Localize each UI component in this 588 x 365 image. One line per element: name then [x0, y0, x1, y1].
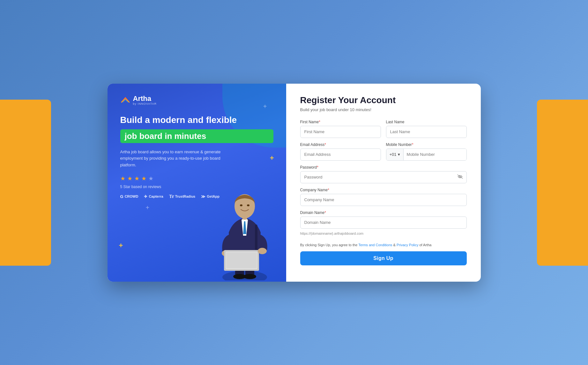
domain-hint: https://{domainname}.arthajobboard.com	[300, 232, 467, 235]
password-required: *	[317, 165, 318, 170]
company-group: Company Name*	[300, 188, 467, 206]
highlight-badge: job board in minutes	[120, 129, 273, 143]
last-name-group: Last Name	[386, 120, 467, 138]
name-row: First Name* Last Name	[300, 120, 467, 138]
contact-row: Email Address* Mobile Number* +01 ▾	[300, 142, 467, 161]
email-group: Email Address*	[300, 142, 381, 161]
domain-required: *	[324, 210, 326, 215]
svg-rect-14	[255, 224, 257, 250]
privacy-link[interactable]: Privacy Policy	[397, 243, 418, 247]
mobile-group: Mobile Number* +01 ▾	[386, 142, 467, 161]
logo-sub: by INNOVATAR	[133, 102, 157, 105]
svg-point-12	[247, 204, 249, 206]
last-name-label: Last Name	[386, 120, 467, 124]
svg-point-11	[240, 204, 242, 206]
crowd-icon: G	[120, 194, 123, 199]
domain-label: Domain Name*	[300, 210, 467, 215]
password-row: Password*	[300, 165, 467, 183]
phone-prefix-value: +01	[390, 152, 397, 157]
svg-rect-8	[226, 252, 257, 268]
artha-logo-icon	[120, 96, 130, 104]
brand-capterra: ✈ Capterra	[144, 194, 163, 199]
trustradius-label: TrustRadius	[175, 194, 196, 198]
star-3: ★	[134, 175, 139, 182]
logo-text: Artha by INNOVATAR	[133, 95, 157, 105]
star-2: ★	[127, 175, 132, 182]
first-name-group: First Name*	[300, 120, 381, 138]
svg-point-13	[258, 248, 267, 254]
left-panel: + + + + Artha by INNOVATAR Build a moder…	[108, 84, 286, 282]
email-input[interactable]	[300, 148, 381, 161]
first-name-required: *	[319, 120, 320, 124]
capterra-label: Capterra	[149, 194, 163, 198]
logo-name: Artha	[133, 95, 157, 102]
password-wrapper	[300, 171, 467, 183]
plus-decoration-2: +	[270, 154, 274, 162]
domain-input[interactable]	[300, 217, 467, 229]
mobile-input[interactable]	[404, 149, 466, 160]
logo-area: Artha by INNOVATAR	[120, 95, 273, 105]
toggle-password-icon[interactable]	[457, 174, 463, 180]
person-figure	[206, 178, 283, 282]
company-required: *	[328, 188, 329, 192]
form-title: Register Your Account	[300, 95, 467, 105]
company-row: Company Name*	[300, 188, 467, 206]
domain-row: Domain Name* https://{domainname}.arthaj…	[300, 210, 467, 239]
capterra-icon: ✈	[144, 194, 147, 199]
orange-right-panel	[537, 100, 588, 266]
svg-point-4	[243, 274, 256, 279]
star-4: ★	[141, 175, 146, 182]
plus-decoration-4: +	[146, 204, 150, 211]
plus-decoration-3: +	[119, 241, 123, 250]
headline: Build a modern and flexible	[120, 114, 273, 125]
domain-group: Domain Name* https://{domainname}.arthaj…	[300, 210, 467, 239]
mobile-label: Mobile Number*	[386, 142, 467, 147]
password-label: Password*	[300, 165, 467, 170]
phone-prefix-chevron: ▾	[398, 152, 400, 157]
phone-wrapper: +01 ▾	[386, 148, 467, 161]
description: Artha job board allows you to earn reven…	[120, 149, 222, 169]
first-name-input[interactable]	[300, 126, 381, 138]
star-5-empty: ★	[148, 175, 153, 182]
terms-link[interactable]: Terms and Conditions	[358, 243, 392, 247]
email-required: *	[324, 142, 326, 147]
getapp-icon: ≫	[201, 194, 205, 199]
password-input[interactable]	[300, 171, 467, 183]
terms-text: By clicking Sign Up, you agree to the Te…	[300, 243, 467, 247]
first-name-label: First Name*	[300, 120, 381, 124]
right-panel: Register Your Account Build your job boa…	[286, 84, 481, 282]
mobile-required: *	[412, 142, 413, 147]
form-subtitle: Build your job board under 10 minutes!	[300, 107, 467, 112]
star-1: ★	[120, 175, 125, 182]
crowd-label: CROWD	[125, 194, 138, 198]
company-label: Company Name*	[300, 188, 467, 192]
orange-left-panel	[0, 100, 51, 266]
last-name-input[interactable]	[386, 126, 467, 138]
brand-crowd: G CROWD	[120, 194, 138, 199]
main-card: + + + + Artha by INNOVATAR Build a moder…	[108, 84, 481, 282]
phone-prefix[interactable]: +01 ▾	[386, 149, 404, 160]
email-label: Email Address*	[300, 142, 381, 147]
company-input[interactable]	[300, 194, 467, 206]
trustradius-icon: 𝕋𝕣	[169, 194, 174, 199]
password-group: Password*	[300, 165, 467, 183]
brand-trustradius: 𝕋𝕣 TrustRadius	[169, 194, 196, 199]
signup-button[interactable]: Sign Up	[300, 251, 467, 265]
